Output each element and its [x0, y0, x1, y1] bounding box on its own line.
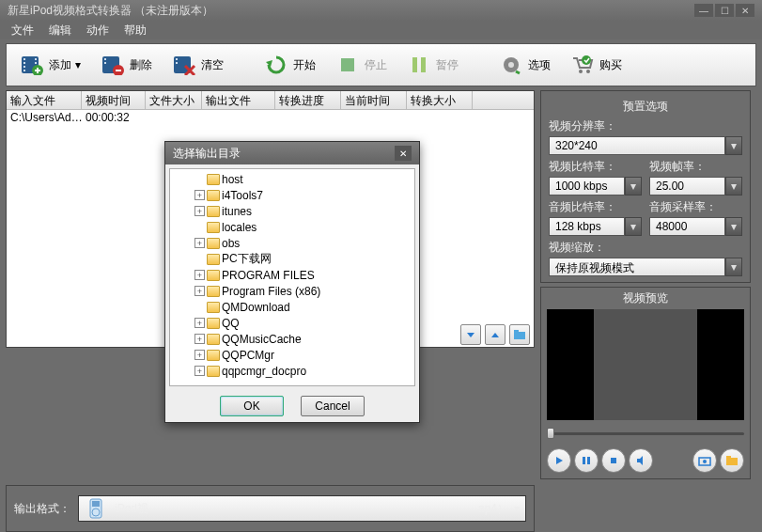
tree-node[interactable]: +QQMusicCache — [172, 331, 412, 347]
column-header[interactable]: 转换大小 — [407, 91, 473, 109]
maximize-button[interactable]: ☐ — [715, 4, 734, 17]
play-button[interactable] — [547, 448, 571, 473]
folder-icon — [207, 174, 220, 185]
stop-label: 停止 — [365, 57, 387, 73]
svg-rect-20 — [421, 57, 426, 72]
delete-button[interactable]: 删除 — [91, 48, 161, 82]
folder-icon — [207, 190, 220, 201]
folder-icon — [207, 366, 220, 377]
expand-icon[interactable]: + — [194, 190, 205, 200]
stop-button[interactable] — [601, 448, 626, 473]
menu-edit[interactable]: 编辑 — [43, 21, 77, 40]
tree-node[interactable]: +itunes — [172, 203, 412, 219]
folder-button[interactable] — [509, 324, 530, 345]
column-header[interactable]: 输入文件 — [7, 91, 82, 109]
folder-tree[interactable]: host+i4Tools7+ituneslocales+obsPC下载网+PRO… — [169, 168, 415, 386]
abitrate-select[interactable]: 128 kbps▾ — [549, 217, 642, 236]
column-header[interactable]: 输出文件 — [202, 91, 275, 109]
output-format-select[interactable]: iPod视 ap4） ▾ — [78, 495, 526, 522]
open-folder-button[interactable] — [720, 448, 744, 473]
zoom-select[interactable]: 保持原视频模式▾ — [549, 258, 742, 276]
tree-node[interactable]: +QQPCMgr — [172, 347, 412, 363]
column-header[interactable]: 当前时间 — [341, 91, 407, 109]
pause-button[interactable] — [574, 448, 599, 473]
column-header[interactable]: 转换进度 — [275, 91, 341, 109]
tree-node[interactable]: +Program Files (x86) — [172, 283, 412, 299]
svg-rect-3 — [23, 66, 25, 68]
settings-title: 预置选项 — [549, 97, 742, 118]
resolution-select[interactable]: 320*240▾ — [549, 136, 742, 155]
preview-slider[interactable] — [547, 424, 744, 443]
svg-rect-19 — [412, 57, 417, 72]
asample-select[interactable]: 48000▾ — [649, 217, 742, 236]
expand-icon[interactable]: + — [194, 334, 205, 344]
menu-help[interactable]: 帮助 — [118, 21, 152, 40]
fps-label: 视频帧率： — [649, 159, 742, 175]
refresh-icon — [263, 54, 289, 76]
vbitrate-select[interactable]: 1000 kbps▾ — [549, 177, 642, 196]
gear-icon — [498, 54, 524, 76]
chevron-down-icon[interactable]: ▾ — [625, 177, 642, 196]
tree-node[interactable]: +QQ — [172, 315, 412, 331]
stop-button[interactable]: 停止 — [326, 48, 396, 82]
expand-icon[interactable]: + — [194, 238, 205, 248]
chevron-down-icon[interactable]: ▾ — [725, 177, 742, 196]
menu-file[interactable]: 文件 — [6, 21, 39, 40]
dialog-title: 选择输出目录 — [173, 146, 241, 162]
start-button[interactable]: 开始 — [255, 48, 324, 82]
snapshot-button[interactable] — [692, 448, 717, 473]
tree-node[interactable]: +PROGRAM FILES — [172, 267, 412, 283]
tree-node[interactable]: +qqpcmgr_docpro — [172, 363, 412, 379]
volume-button[interactable] — [629, 448, 653, 473]
fps-select[interactable]: 25.00▾ — [649, 177, 742, 196]
tree-node[interactable]: QMDownload — [172, 299, 412, 315]
chevron-down-icon: ▾ — [514, 502, 520, 515]
svg-rect-4 — [23, 70, 25, 71]
tree-label: QQPCMgr — [222, 349, 274, 362]
tree-node[interactable]: host — [172, 171, 412, 187]
clear-button[interactable]: 清空 — [163, 48, 232, 82]
tree-label: QQ — [222, 317, 240, 330]
table-row[interactable]: C:\Users\Ad…00:00:32 — [7, 110, 534, 127]
tree-node[interactable]: PC下载网 — [172, 251, 412, 267]
chevron-down-icon[interactable]: ▾ — [725, 136, 742, 155]
menu-action[interactable]: 动作 — [81, 21, 115, 40]
tree-label: QQMusicCache — [222, 333, 302, 346]
expand-icon[interactable]: + — [194, 318, 205, 328]
column-header[interactable]: 视频时间 — [82, 91, 146, 109]
tree-node[interactable]: +i4Tools7 — [172, 187, 412, 203]
buy-button[interactable]: 购买 — [561, 48, 630, 82]
column-header[interactable]: 文件大小 — [146, 91, 202, 109]
move-up-button[interactable] — [485, 324, 505, 345]
minimize-button[interactable]: — — [694, 4, 713, 17]
svg-rect-26 — [514, 332, 525, 339]
dialog-close-button[interactable]: ✕ — [395, 146, 412, 161]
chevron-down-icon[interactable]: ▾ — [625, 217, 642, 236]
expand-icon[interactable]: + — [194, 206, 205, 216]
svg-point-22 — [508, 62, 514, 68]
chevron-down-icon[interactable]: ▾ — [725, 217, 742, 236]
folder-icon — [207, 206, 220, 217]
expand-icon[interactable]: + — [194, 270, 205, 280]
chevron-down-icon: ▾ — [75, 58, 81, 71]
dialog-titlebar[interactable]: 选择输出目录 ✕ — [165, 142, 419, 164]
tree-node[interactable]: +obs — [172, 235, 412, 251]
tree-node[interactable]: locales — [172, 219, 412, 235]
dialog-cancel-button[interactable]: Cancel — [301, 396, 365, 416]
clear-label: 清空 — [201, 57, 224, 73]
svg-rect-18 — [341, 58, 354, 71]
options-button[interactable]: 选项 — [490, 48, 559, 82]
expand-icon[interactable]: + — [194, 286, 205, 296]
expand-icon[interactable]: + — [194, 366, 205, 376]
format-value-prefix: iPod视 — [115, 501, 148, 517]
close-button[interactable]: ✕ — [736, 4, 754, 17]
move-down-button[interactable] — [460, 324, 481, 345]
chevron-down-icon[interactable]: ▾ — [725, 258, 742, 276]
pause-label: 暂停 — [436, 57, 459, 73]
svg-rect-14 — [116, 70, 121, 71]
pause-button[interactable]: 暂停 — [397, 48, 467, 82]
add-button[interactable]: 添加▾ — [10, 48, 89, 82]
expand-icon[interactable]: + — [194, 350, 205, 360]
dialog-ok-button[interactable]: OK — [220, 396, 284, 416]
tree-label: i4Tools7 — [222, 189, 263, 202]
